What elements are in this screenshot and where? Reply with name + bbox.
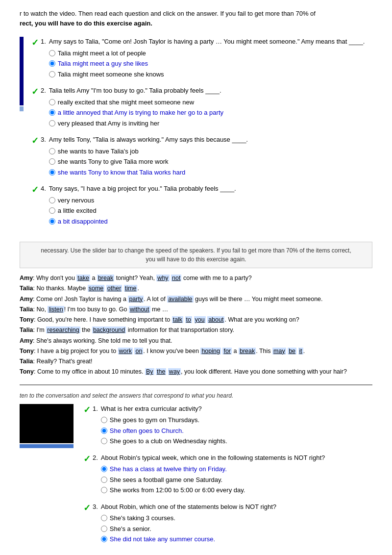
radio-3-1[interactable] (49, 148, 55, 154)
radio-3-3[interactable] (49, 169, 55, 176)
s2-q-content-3: About Robin, which one of the statements… (101, 502, 372, 545)
word-available: available (167, 296, 193, 303)
option-3-3[interactable]: she wants Tony to know that Talia works … (49, 168, 372, 177)
s2-radio-2-2[interactable] (101, 477, 107, 483)
q-content-2: Talia tells Amy "I'm too busy to go." Ta… (49, 86, 372, 129)
q-text-4: Tony says, "I have a big project for you… (49, 184, 372, 194)
radio-1-1[interactable] (49, 50, 55, 56)
transcript-line-talia3: Talia: I'm researching the background in… (20, 325, 372, 335)
s2-radio-1-1[interactable] (101, 417, 107, 423)
q-text-3: Amy tells Tony, "Talia is always working… (49, 135, 372, 145)
options-2: really excited that she might meet someo… (49, 98, 372, 128)
s2-q-content-1: What is her extra curricular activity? S… (101, 404, 372, 447)
word-take: take (76, 275, 90, 281)
s2-question-block-3: ✓ 3. About Robin, which one of the state… (83, 502, 372, 545)
divider-text: necessary. Use the slider bar to change … (26, 246, 366, 264)
word-why: why (156, 275, 169, 281)
check-icon-1: ✓ (31, 37, 39, 48)
s2-option-1-3[interactable]: She goes to a club on Wednesday nights. (101, 436, 372, 446)
transcript-line-amy2: Amy: Come on! Josh Taylor is having a pa… (20, 294, 372, 304)
section-divider (20, 384, 372, 385)
q-content-4: Tony says, "I have a big project for you… (49, 184, 372, 227)
video-thumbnail (20, 404, 74, 443)
radio-4-1[interactable] (49, 197, 55, 203)
s2-radio-1-3[interactable] (101, 438, 107, 444)
word-work: work (118, 348, 133, 354)
s2-check-icon-3: ✓ (83, 503, 91, 513)
radio-4-2[interactable] (49, 207, 55, 214)
transcript-line-talia2: Talia: No, listen! I'm too busy to go. G… (20, 304, 372, 315)
option-4-2[interactable]: a little excited (49, 206, 372, 216)
s2-q-content-2: About Robin's typical week, which one in… (101, 453, 372, 496)
word-for: for (222, 348, 232, 354)
s2-radio-1-2[interactable] (101, 428, 107, 434)
q-number-3: 3. (41, 136, 46, 143)
s2-option-2-1[interactable]: She has a class at twelve thirty on Frid… (101, 464, 372, 474)
option-3-2[interactable]: she wants Tony to give Talia more work (49, 157, 372, 167)
s2-check-icon-2: ✓ (83, 454, 91, 464)
word-break1: break (97, 275, 114, 281)
check-icon-2: ✓ (31, 86, 39, 97)
q-text-1: Amy says to Talia, "Come on! Josh Taylor… (49, 37, 372, 47)
s2-radio-3-3[interactable] (101, 536, 107, 542)
radio-1-2[interactable] (49, 60, 55, 67)
option-4-3[interactable]: a bit disappointed (49, 217, 372, 227)
s2-option-2-3[interactable]: She works from 12:00 to 5:00 or 6:00 eve… (101, 485, 372, 495)
page-container: r to watch the video. Then read each que… (0, 0, 392, 555)
word-party: party (128, 296, 144, 303)
option-4-1[interactable]: very nervous (49, 196, 372, 205)
divider-section: necessary. Use the slider bar to change … (20, 242, 372, 268)
s2-option-3-1[interactable]: She's taking 3 courses. (101, 513, 372, 523)
option-2-2[interactable]: a little annoyed that Amy is trying to m… (49, 108, 372, 118)
q-number-4: 4. (41, 185, 46, 192)
question-block-1: ✓ 1. Amy says to Talia, "Come on! Josh T… (31, 37, 372, 80)
word-break2: break (239, 348, 256, 354)
s2-options-3: She's taking 3 courses. She's a senior. … (101, 513, 372, 544)
option-2-3[interactable]: very pleased that Amy is inviting her (49, 119, 372, 128)
s2-option-1-1[interactable]: She goes to gym on Thursdays. (101, 415, 372, 425)
question-block-3: ✓ 3. Amy tells Tony, "Talia is always wo… (31, 135, 372, 178)
section1-questions: ✓ 1. Amy says to Talia, "Come on! Josh T… (26, 37, 372, 233)
radio-1-3[interactable] (49, 71, 55, 77)
radio-2-3[interactable] (49, 120, 55, 126)
s2-q-number-3: 3. (93, 503, 98, 510)
word-without: without (129, 306, 150, 313)
s2-option-1-2[interactable]: She often goes to Church. (101, 426, 372, 436)
s2-q-text-3: About Robin, which one of the statements… (101, 502, 372, 512)
option-2-1[interactable]: really excited that she might meet someo… (49, 98, 372, 107)
option-1-1[interactable]: Talia might meet a lot of people (49, 49, 372, 58)
check-icon-3: ✓ (31, 135, 39, 146)
word-hoping: hoping (200, 348, 221, 354)
s2-option-3-3[interactable]: She did not take any summer course. (101, 534, 372, 544)
q-content-1: Amy says to Talia, "Come on! Josh Taylor… (49, 37, 372, 80)
transcript-line-tony2: Tony: I have a big project for you to wo… (20, 346, 372, 356)
word-it: it (298, 348, 303, 354)
word-not: not (171, 275, 181, 281)
s2-q-number-1: 1. (93, 405, 98, 412)
s2-option-3-2[interactable]: She's a senior. (101, 524, 372, 534)
s2-radio-3-2[interactable] (101, 526, 107, 532)
s2-radio-2-3[interactable] (101, 487, 107, 493)
radio-2-1[interactable] (49, 99, 55, 105)
s2-q-text-1: What is her extra curricular activity? (101, 404, 372, 414)
option-1-3[interactable]: Talia might meet someone she knows (49, 70, 372, 79)
radio-4-3[interactable] (49, 218, 55, 225)
section2-intro: ten to the conversation and select the a… (20, 392, 372, 399)
word-about: about (207, 316, 224, 323)
s2-radio-3-1[interactable] (101, 515, 107, 521)
q-content-3: Amy tells Tony, "Talia is always working… (49, 135, 372, 178)
scrollbar-area (20, 37, 24, 233)
word-some: some (88, 285, 105, 292)
transcript-line-amy1: Amy: Why don't you take a break tonight?… (20, 273, 372, 283)
s2-option-2-2[interactable]: She sees a football game one Saturday. (101, 475, 372, 485)
option-3-1[interactable]: she wants to have Talia's job (49, 147, 372, 156)
radio-2-2[interactable] (49, 109, 55, 116)
option-1-2[interactable]: Talia might meet a guy she likes (49, 59, 372, 69)
s2-radio-2-1[interactable] (101, 466, 107, 472)
options-4: very nervous a little excited a bit disa… (49, 196, 372, 227)
transcript-line-tony1: Tony: Good, you're here. I have somethin… (20, 315, 372, 325)
s2-check-icon-1: ✓ (83, 404, 91, 415)
radio-3-2[interactable] (49, 158, 55, 165)
instruction-line1: r to watch the video. Then read each que… (20, 10, 316, 17)
s2-q-number-2: 2. (93, 454, 98, 461)
